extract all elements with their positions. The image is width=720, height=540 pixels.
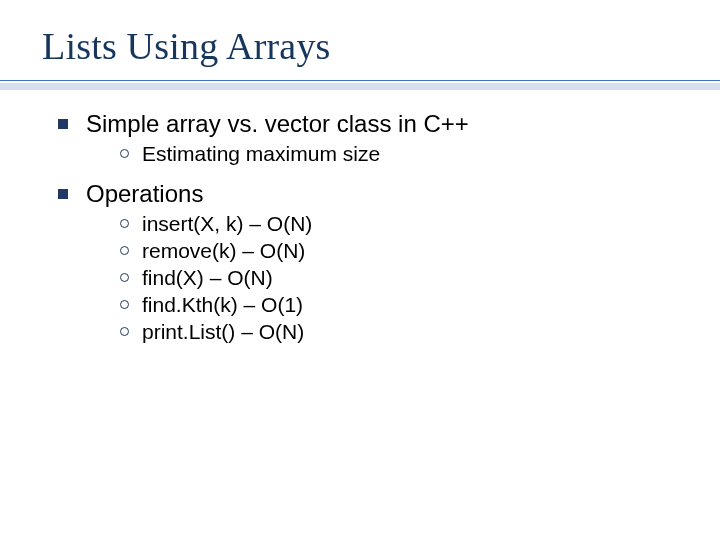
sub-list-item: find.Kth(k) – O(1) xyxy=(114,293,670,317)
sub-list-item-label: print.List() – O(N) xyxy=(142,320,304,343)
slide: Lists Using Arrays Simple array vs. vect… xyxy=(0,0,720,540)
title-underline xyxy=(0,78,720,90)
sub-list-item: remove(k) – O(N) xyxy=(114,239,670,263)
sub-list: insert(X, k) – O(N) remove(k) – O(N) fin… xyxy=(86,212,670,344)
sub-list-item: print.List() – O(N) xyxy=(114,320,670,344)
list-item-label: Simple array vs. vector class in C++ xyxy=(86,110,469,137)
bullet-list: Simple array vs. vector class in C++ Est… xyxy=(50,110,670,344)
title-area: Lists Using Arrays xyxy=(0,0,720,68)
list-item-label: Operations xyxy=(86,180,203,207)
sub-list: Estimating maximum size xyxy=(86,142,670,166)
sub-list-item-label: remove(k) – O(N) xyxy=(142,239,305,262)
sub-list-item: find(X) – O(N) xyxy=(114,266,670,290)
sub-list-item-label: find(X) – O(N) xyxy=(142,266,273,289)
sub-list-item-label: insert(X, k) – O(N) xyxy=(142,212,312,235)
list-item: Operations insert(X, k) – O(N) remove(k)… xyxy=(50,180,670,344)
sub-list-item-label: find.Kth(k) – O(1) xyxy=(142,293,303,316)
list-item: Simple array vs. vector class in C++ Est… xyxy=(50,110,670,166)
sub-list-item-label: Estimating maximum size xyxy=(142,142,380,165)
sub-list-item: insert(X, k) – O(N) xyxy=(114,212,670,236)
sub-list-item: Estimating maximum size xyxy=(114,142,670,166)
slide-body: Simple array vs. vector class in C++ Est… xyxy=(0,90,720,344)
slide-title: Lists Using Arrays xyxy=(42,24,720,68)
